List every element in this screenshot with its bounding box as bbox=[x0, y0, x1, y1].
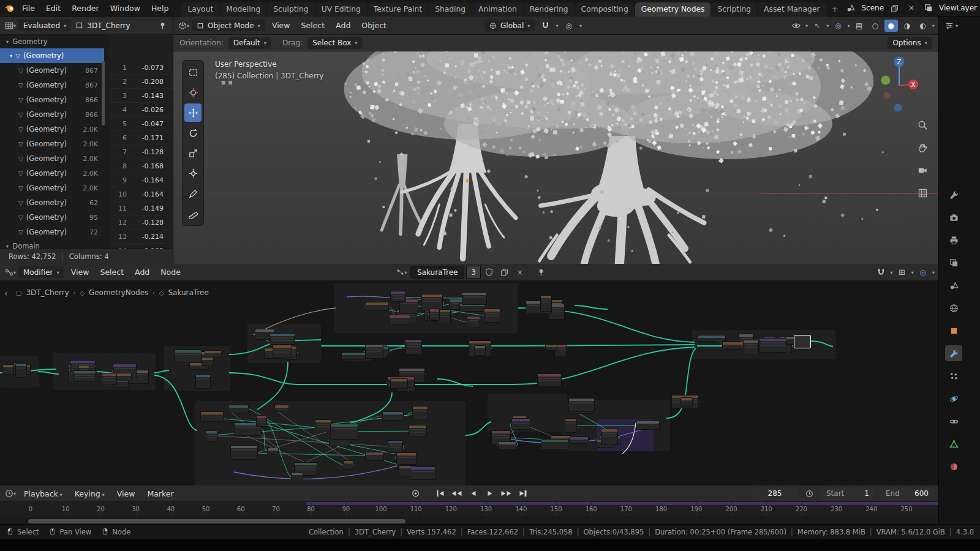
new-nodetree-copy-icon[interactable] bbox=[498, 266, 511, 279]
unlink-scene-button[interactable]: × bbox=[905, 2, 918, 14]
property-tab-tool[interactable] bbox=[945, 187, 962, 203]
options-dropdown[interactable]: Options▾ bbox=[888, 37, 932, 49]
scene-name[interactable]: Scene bbox=[861, 4, 884, 12]
node[interactable] bbox=[330, 424, 358, 440]
node[interactable] bbox=[315, 419, 331, 432]
tool-move-button[interactable] bbox=[184, 103, 202, 122]
node[interactable] bbox=[405, 339, 422, 354]
node-canvas[interactable]: ‹ ▢3DT_Cherry›◇GeometryNodes›◇SakuraTree bbox=[0, 281, 938, 485]
node[interactable] bbox=[396, 452, 417, 465]
fake-user-shield-icon[interactable] bbox=[483, 266, 496, 279]
property-tab-world[interactable] bbox=[945, 300, 962, 316]
tool-annotate-button[interactable] bbox=[184, 184, 202, 203]
node[interactable] bbox=[636, 421, 660, 430]
node[interactable] bbox=[474, 345, 486, 356]
blender-logo[interactable] bbox=[5, 2, 15, 14]
shading-wireframe-icon[interactable]: ○ bbox=[869, 20, 882, 32]
add-workspace-button[interactable]: + bbox=[827, 2, 843, 17]
node[interactable] bbox=[15, 363, 27, 378]
nodetree-users-badge[interactable]: 3 bbox=[466, 266, 480, 279]
spreadsheet-row[interactable]: 5-0.047 bbox=[108, 117, 173, 131]
menu-window[interactable]: Window bbox=[105, 2, 146, 15]
workspace-tab-modeling[interactable]: Modeling bbox=[220, 2, 266, 17]
node[interactable] bbox=[200, 411, 224, 422]
node[interactable] bbox=[389, 315, 410, 325]
node[interactable] bbox=[195, 374, 211, 389]
auto-keying-toggle[interactable] bbox=[409, 488, 423, 499]
geometry-tree-item[interactable]: ▽(Geometry)62 bbox=[0, 195, 104, 210]
node[interactable] bbox=[390, 378, 408, 389]
dataset-dropdown[interactable]: Evaluated▾ bbox=[18, 20, 71, 31]
menu-edit[interactable]: Edit bbox=[40, 2, 66, 15]
node[interactable] bbox=[498, 441, 516, 450]
menu-help[interactable]: Help bbox=[146, 2, 175, 15]
node[interactable] bbox=[565, 418, 577, 433]
browse-nodetree-icon[interactable]: ▾ bbox=[395, 266, 409, 279]
node[interactable] bbox=[421, 294, 443, 310]
viewlayer-icon[interactable] bbox=[922, 2, 935, 14]
viewlayer-name[interactable]: ViewLayer bbox=[939, 4, 977, 12]
node[interactable] bbox=[230, 445, 258, 460]
drag-dropdown[interactable]: Select Box▾ bbox=[307, 37, 362, 49]
node[interactable] bbox=[273, 345, 292, 358]
spreadsheet-row[interactable]: 3-0.143 bbox=[108, 89, 173, 103]
spreadsheet-row[interactable]: 2-0.208 bbox=[108, 75, 173, 89]
current-frame-field[interactable]: 285 bbox=[752, 487, 798, 500]
tree-section-domain[interactable]: ▾Domain bbox=[0, 239, 104, 249]
property-tab-particles[interactable] bbox=[945, 368, 962, 384]
tool-scale-button[interactable] bbox=[184, 144, 202, 162]
workspace-tab-shading[interactable]: Shading bbox=[429, 2, 472, 17]
property-tab-render[interactable] bbox=[945, 209, 962, 225]
spreadsheet-row[interactable]: 4-0.026 bbox=[108, 103, 173, 117]
node[interactable] bbox=[102, 373, 117, 385]
unlink-nodetree-icon[interactable]: × bbox=[513, 266, 527, 279]
geometry-tree-item[interactable]: ▽(Geometry)2.0K bbox=[0, 137, 104, 151]
node[interactable] bbox=[270, 333, 295, 345]
new-scene-button[interactable] bbox=[888, 2, 901, 14]
geometry-tree-item[interactable]: ▽(Geometry)72 bbox=[0, 225, 104, 239]
jump-to-start-button[interactable] bbox=[433, 488, 448, 499]
node[interactable] bbox=[412, 406, 428, 419]
geometry-tree-item[interactable]: ▽(Geometry)95 bbox=[0, 210, 104, 225]
camera-view-icon[interactable] bbox=[915, 163, 930, 178]
timeline-ruler[interactable]: 0102030405060708090100110120130140150160… bbox=[0, 502, 938, 517]
spreadsheet-row[interactable]: 13-0.214 bbox=[108, 230, 173, 244]
node[interactable] bbox=[722, 342, 745, 350]
visibility-dropdown-icon[interactable] bbox=[790, 20, 803, 32]
node-menu-select[interactable]: Select bbox=[94, 266, 129, 279]
play-button[interactable] bbox=[483, 488, 497, 499]
geometry-tree-item[interactable]: ▽(Geometry)2.0K bbox=[0, 151, 104, 166]
geometry-tree-item[interactable]: ▽(Geometry)2.0K bbox=[0, 166, 104, 181]
node[interactable] bbox=[462, 292, 487, 305]
node[interactable] bbox=[540, 295, 552, 312]
node[interactable] bbox=[291, 472, 303, 481]
timeline-menu-view[interactable]: View bbox=[111, 487, 141, 500]
node[interactable] bbox=[274, 405, 289, 412]
tool-measure-button[interactable] bbox=[184, 204, 202, 223]
scene-browse-icon[interactable] bbox=[844, 2, 858, 14]
property-tab-output[interactable] bbox=[945, 232, 962, 248]
snap-magnet-icon[interactable] bbox=[539, 20, 552, 32]
workspace-tab-texture-paint[interactable]: Texture Paint bbox=[368, 2, 428, 17]
pin-icon[interactable] bbox=[156, 20, 169, 32]
breadcrumb-item[interactable]: SakuraTree bbox=[168, 288, 208, 297]
workspace-tab-rendering[interactable]: Rendering bbox=[524, 2, 575, 17]
node[interactable] bbox=[388, 440, 403, 453]
start-frame-field[interactable]: Start1 bbox=[820, 487, 875, 500]
node[interactable] bbox=[202, 357, 214, 366]
pan-hand-icon[interactable] bbox=[915, 140, 930, 155]
spreadsheet-row[interactable]: 8-0.168 bbox=[108, 159, 173, 173]
viewport-menu-object[interactable]: Object bbox=[356, 19, 392, 32]
node[interactable] bbox=[116, 373, 132, 381]
workspace-tab-compositing[interactable]: Compositing bbox=[575, 2, 635, 17]
node[interactable] bbox=[228, 405, 249, 413]
spreadsheet-editor-type-icon[interactable]: ▾ bbox=[4, 20, 17, 32]
tool-cursor-button[interactable] bbox=[184, 83, 202, 102]
viewport-menu-select[interactable]: Select bbox=[296, 19, 331, 32]
node[interactable] bbox=[698, 335, 726, 342]
selected-node[interactable] bbox=[794, 335, 811, 348]
node[interactable] bbox=[541, 439, 568, 450]
navigation-gizmo[interactable]: Z X bbox=[880, 54, 919, 115]
shading-rendered-icon[interactable]: ◐ bbox=[916, 20, 930, 32]
property-tab-physics[interactable] bbox=[945, 391, 962, 407]
